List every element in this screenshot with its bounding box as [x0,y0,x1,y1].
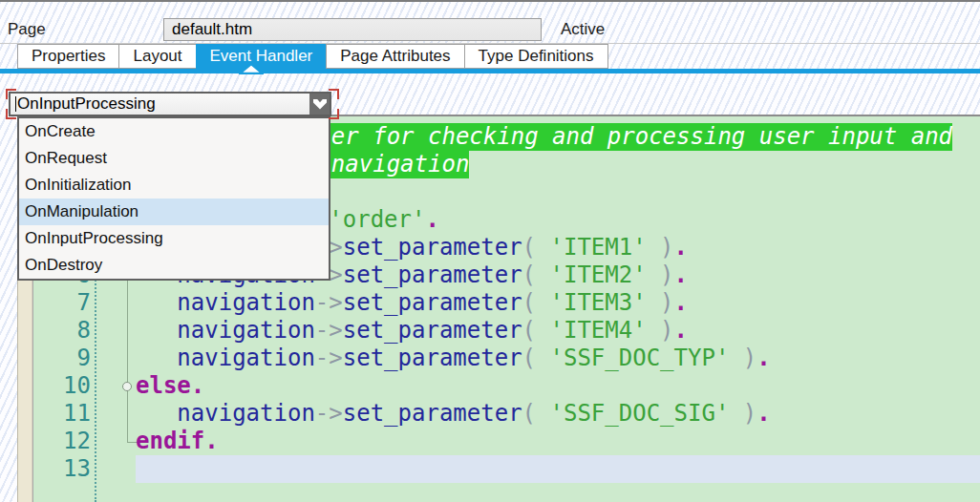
token-kw: . [204,428,218,454]
list-item-oncreate[interactable]: OnCreate [19,118,329,145]
token-kw: endif [136,428,204,454]
token-op: ( [522,345,550,371]
line-number: 9 [37,345,91,372]
list-item-oninitialization[interactable]: OnInitialization [19,172,329,199]
token-kw: . [756,345,770,371]
code-line-12[interactable]: endif. [136,428,219,455]
token-op: ) [647,234,674,261]
token-str: 'SSF_DOC_SIG' [550,400,730,427]
tab-type-definitions[interactable]: Type Definitions [464,44,608,69]
page-name-value: default.htm [172,20,252,38]
combobox-drop-button[interactable] [309,94,330,115]
token-id: navigation [136,317,315,344]
token-op: ) [729,400,756,427]
token-id: set_parameter [343,345,522,371]
tab-properties[interactable]: Properties [17,44,119,69]
token-str: 'order' [329,206,425,233]
line-number: 13 [37,455,91,483]
token-str: 'ITEM4' [550,317,647,344]
token-kw: . [674,317,688,344]
dropdown-chevron-icon [312,97,328,111]
bsp-page-editor-window: Page default.htm Active PropertiesLayout… [0,0,980,502]
line-number: 8 [37,317,91,345]
code-line-10[interactable]: else. [136,372,204,400]
token-op: -> [315,400,343,427]
list-item-onrequest[interactable]: OnRequest [19,145,329,172]
code-line-9[interactable]: navigation->set_parameter( 'SSF_DOC_TYP'… [136,345,771,372]
token-kw: else [136,372,191,399]
token-op: -> [315,289,343,316]
focus-corner-bottom-right [329,109,339,119]
token-op: ) [647,317,674,344]
fold-toggle-icon[interactable] [122,382,132,391]
token-op: ) [647,261,674,288]
code-line-7[interactable]: navigation->set_parameter( 'ITEM3' ). [136,289,688,317]
focus-corner-top-right [329,89,339,99]
token-id: set_parameter [343,234,522,261]
token-kw: . [674,234,688,261]
list-item-ondestroy[interactable]: OnDestroy [19,252,329,279]
page-name-field[interactable]: default.htm [163,18,542,41]
event-handler-combobox[interactable]: OnInputProcessing [9,92,331,116]
active-tab-notch [239,62,264,74]
token-str: 'SSF_DOC_TYP' [550,345,730,371]
token-str: 'ITEM2' [550,261,647,288]
tab-underline [0,69,980,73]
token-id: set_parameter [343,317,522,344]
window-top-border [0,0,980,2]
code-line-11[interactable]: navigation->set_parameter( 'SSF_DOC_SIG'… [136,400,771,428]
token-id: navigation [136,289,315,316]
list-item-onmanipulation[interactable]: OnManipulation [19,199,329,225]
token-id: navigation [136,345,315,371]
focus-corner-top-left [6,89,16,99]
token-op: ( [522,289,550,316]
event-handler-dropdown-list: OnCreateOnRequestOnInitializationOnManip… [17,116,330,281]
token-kw: . [674,289,688,316]
token-op: ( [522,400,550,427]
line-number: 7 [37,289,91,317]
token-kw: . [674,261,688,288]
focus-corner-bottom-left [6,109,16,119]
token-id: navigation [136,400,315,427]
token-kw: . [191,372,204,399]
token-id: set_parameter [343,400,522,427]
token-kw: . [425,206,438,233]
token-op: ( [522,261,550,288]
line-number: 12 [37,428,91,455]
token-id: set_parameter [343,261,522,288]
token-str: 'ITEM1' [550,234,647,261]
status-text: Active [561,20,605,39]
line-number: 11 [37,400,91,428]
line-number: 10 [37,372,91,400]
current-line-highlight [136,455,980,483]
tab-layout[interactable]: Layout [118,44,196,69]
combobox-value: OnInputProcessing [17,94,156,115]
token-op: ) [647,289,674,316]
token-kw: . [756,400,770,427]
token-op: ) [729,345,756,371]
page-label: Page [8,20,46,39]
token-op: ( [522,234,550,261]
list-item-oninputprocessing[interactable]: OnInputProcessing [19,225,329,252]
code-line-8[interactable]: navigation->set_parameter( 'ITEM4' ). [136,317,688,345]
token-op: -> [315,345,343,371]
tab-bar: PropertiesLayoutEvent HandlerPage Attrib… [17,44,608,69]
token-str: 'ITEM3' [550,289,647,316]
token-op: ( [522,317,550,344]
tab-page-attributes[interactable]: Page Attributes [326,44,464,69]
token-id: set_parameter [343,289,522,316]
token-op: -> [315,317,343,344]
